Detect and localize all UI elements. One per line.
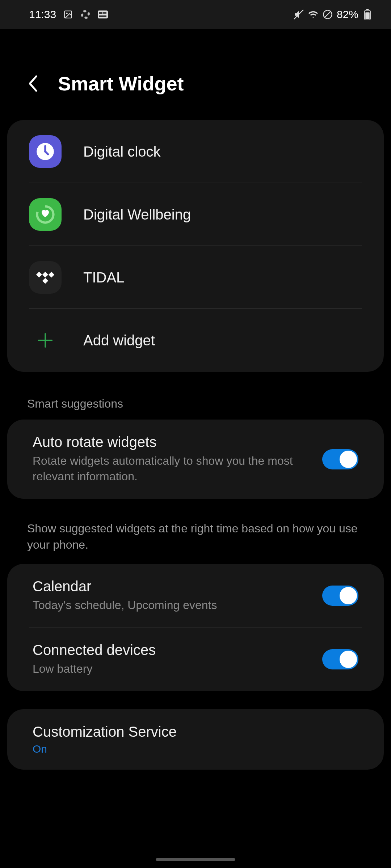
setting-title: Connected devices xyxy=(33,642,311,658)
setting-customization-service[interactable]: Customization Service On xyxy=(7,709,384,770)
toggle-auto-rotate[interactable] xyxy=(322,449,358,469)
pinwheel-icon xyxy=(80,9,91,20)
wellbeing-app-icon xyxy=(29,198,62,231)
svg-rect-18 xyxy=(49,272,54,277)
news-icon xyxy=(97,9,108,20)
toggle-calendar[interactable] xyxy=(322,586,358,606)
setting-title: Calendar xyxy=(33,578,311,595)
add-widget-label: Add widget xyxy=(83,332,155,349)
setting-subtitle: Today's schedule, Upcoming events xyxy=(33,597,311,613)
add-widget-button[interactable]: Add widget xyxy=(7,309,384,372)
toggle-connected-devices[interactable] xyxy=(322,649,358,669)
svg-rect-2 xyxy=(98,10,108,18)
wifi-icon xyxy=(308,9,319,20)
suggestions-description: Show suggested widgets at the right time… xyxy=(0,510,391,564)
setting-auto-rotate[interactable]: Auto rotate widgets Rotate widgets autom… xyxy=(7,420,384,499)
status-left: 11:33 xyxy=(29,8,108,21)
svg-rect-7 xyxy=(103,13,106,14)
setting-title: Auto rotate widgets xyxy=(33,434,311,450)
home-indicator[interactable] xyxy=(156,858,235,861)
setting-subtitle: Low battery xyxy=(33,661,311,677)
tidal-app-icon xyxy=(29,261,62,294)
svg-rect-19 xyxy=(42,278,48,284)
gallery-icon xyxy=(63,9,73,20)
setting-calendar[interactable]: Calendar Today's schedule, Upcoming even… xyxy=(7,564,384,627)
setting-subtitle: Rotate widgets automatically to show you… xyxy=(33,453,311,484)
chevron-left-icon xyxy=(27,75,38,93)
widgets-card: Digital clock Digital Wellbeing TIDAL Ad… xyxy=(7,120,384,372)
plus-icon xyxy=(29,324,62,357)
battery-percent: 82% xyxy=(337,8,358,21)
customization-card: Customization Service On xyxy=(7,709,384,770)
section-label-smart-suggestions: Smart suggestions xyxy=(0,390,391,420)
mute-icon xyxy=(293,9,304,20)
widget-item-label: Digital Wellbeing xyxy=(83,207,191,223)
back-button[interactable] xyxy=(25,73,40,94)
status-right: 82% xyxy=(293,8,373,21)
no-sync-icon xyxy=(322,9,333,20)
clock-app-icon xyxy=(29,135,62,168)
auto-rotate-card: Auto rotate widgets Rotate widgets autom… xyxy=(7,420,384,499)
svg-rect-13 xyxy=(365,12,370,19)
widget-item-label: TIDAL xyxy=(83,269,124,286)
widget-item-label: Digital clock xyxy=(83,144,160,160)
widget-item-digital-clock[interactable]: Digital clock xyxy=(7,120,384,183)
suggestion-items-card: Calendar Today's schedule, Upcoming even… xyxy=(7,564,384,691)
svg-rect-5 xyxy=(99,16,106,17)
svg-line-10 xyxy=(325,12,331,17)
battery-icon xyxy=(362,9,373,20)
status-time: 11:33 xyxy=(29,8,56,21)
svg-rect-16 xyxy=(36,272,42,277)
setting-status: On xyxy=(33,743,358,755)
svg-rect-3 xyxy=(99,12,102,14)
svg-rect-17 xyxy=(42,272,48,277)
widget-item-tidal[interactable]: TIDAL xyxy=(7,246,384,309)
svg-point-1 xyxy=(66,13,68,14)
setting-connected-devices[interactable]: Connected devices Low battery xyxy=(7,627,384,691)
setting-title: Customization Service xyxy=(33,724,358,740)
page-header: Smart Widget xyxy=(0,29,391,120)
status-bar: 11:33 82% xyxy=(0,0,391,29)
page-title: Smart Widget xyxy=(58,72,184,95)
svg-rect-4 xyxy=(99,15,106,16)
widget-item-digital-wellbeing[interactable]: Digital Wellbeing xyxy=(7,183,384,246)
svg-rect-6 xyxy=(103,12,106,13)
